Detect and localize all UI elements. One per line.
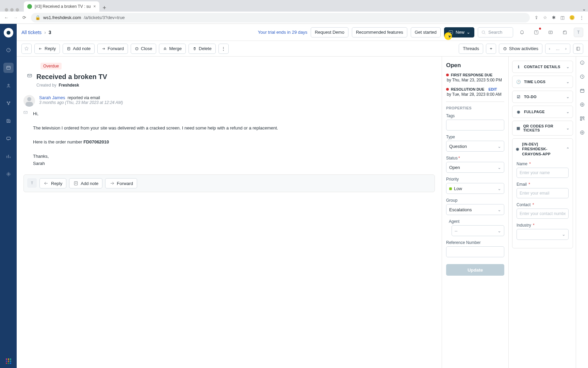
rail-clock-icon[interactable]	[579, 74, 585, 80]
threads-button[interactable]: Threads	[459, 44, 483, 54]
accordion-contact-details[interactable]: ℹCONTACT DETAILS⌄	[512, 61, 573, 73]
status-select[interactable]: Open⌄	[446, 162, 504, 173]
star-button[interactable]	[21, 44, 32, 54]
close-tab-icon[interactable]: ×	[94, 4, 96, 9]
sidepanel-icon[interactable]: ◫	[560, 15, 565, 20]
agent-select[interactable]: --⌄	[452, 225, 504, 236]
accordion-qr-codes[interactable]: ▦QR CODES FOR TICKETS⌄	[512, 121, 573, 136]
help-icon[interactable]	[531, 27, 542, 38]
rail-app2-icon[interactable]	[579, 130, 585, 136]
cr-email-label: Email *	[517, 182, 569, 187]
type-select[interactable]: Question⌄	[446, 141, 504, 152]
replybox-forward-button[interactable]: Forward	[105, 178, 137, 188]
check-icon: ☑	[516, 94, 521, 99]
requester-link[interactable]: Sarah James	[39, 95, 65, 100]
plus-square-icon	[448, 30, 454, 35]
replybox-addnote-button[interactable]: Add note	[69, 178, 102, 188]
pager-next[interactable]: ›	[562, 46, 570, 51]
cr-email-input[interactable]	[517, 188, 569, 198]
chrome-menu-icon[interactable]: ⋮	[579, 15, 584, 20]
status-label: Status*	[446, 156, 504, 160]
accordion-time-logs[interactable]: 🕒TIME LOGS⌄	[512, 76, 573, 88]
merge-button[interactable]: Merge	[159, 44, 186, 54]
accordion-to-do[interactable]: ☑TO-DO⌄	[512, 91, 573, 103]
new-tab-button[interactable]: +	[101, 4, 108, 12]
add-note-button[interactable]: Add note	[63, 44, 95, 54]
refnum-input[interactable]	[446, 246, 504, 257]
nav-tickets[interactable]	[3, 63, 14, 73]
back-button[interactable]: ←	[4, 15, 9, 20]
search-input[interactable]: Search	[478, 27, 513, 37]
breadcrumb-root[interactable]: All tickets	[21, 30, 42, 35]
request-demo-button[interactable]: Request Demo	[311, 27, 348, 37]
nav-dashboard[interactable]	[3, 45, 14, 55]
freshworks-switcher[interactable]	[6, 358, 11, 364]
tab-title: [#3] Received a broken TV : su	[35, 4, 91, 9]
add-thread-button[interactable]: +	[486, 44, 496, 54]
pager-prev[interactable]: ‹	[545, 46, 554, 51]
reply-button[interactable]: Reply	[34, 44, 60, 54]
profile-icon[interactable]: 🙂	[569, 15, 575, 20]
nav-admin[interactable]	[3, 169, 14, 179]
delete-button[interactable]: Delete	[189, 44, 216, 54]
nav-forums[interactable]	[3, 134, 14, 144]
cr-contact-input[interactable]	[517, 209, 569, 219]
resolution-due-value: by Tue, Mar 28, 2023 8:00 AM	[447, 92, 504, 97]
edit-due-link[interactable]: Edit	[488, 87, 497, 91]
address-bar[interactable]: 🔒 ws1.freshdesk.com/a/tickets/3?dev=true	[31, 13, 530, 22]
rail-calendar-icon[interactable]	[579, 88, 585, 94]
rail-info-icon[interactable]	[579, 60, 585, 66]
profile-avatar[interactable]: T	[574, 28, 583, 37]
cr-name-input[interactable]	[517, 168, 569, 178]
message-body: Hi, The television I ordered from your s…	[33, 110, 278, 167]
status-heading: Open	[446, 62, 504, 69]
forward-button[interactable]: Forward	[97, 44, 128, 54]
nav-contacts[interactable]	[3, 80, 14, 91]
extensions-icon[interactable]: ✱	[552, 15, 556, 20]
nav-solutions[interactable]	[3, 116, 14, 126]
reload-button[interactable]: ⟳	[22, 15, 26, 20]
share-icon[interactable]: ⇪	[535, 15, 538, 20]
bell-icon[interactable]	[517, 27, 527, 38]
message-time: 3 months ago (Thu, 23 Mar 2023 at 12:24 …	[39, 100, 435, 105]
close-button[interactable]: Close	[131, 44, 156, 54]
forward-icon	[109, 181, 115, 186]
nav-analytics[interactable]	[3, 151, 14, 162]
group-select[interactable]: Escalations⌄	[446, 204, 504, 215]
switcher-icon[interactable]	[545, 27, 556, 38]
chevron-down-icon: ⌄	[566, 65, 569, 69]
svg-rect-2	[6, 66, 10, 69]
recommended-features-button[interactable]: Recommended features	[352, 27, 407, 37]
cr-industry-select[interactable]: ⌄	[517, 229, 569, 240]
product-logo[interactable]	[4, 28, 13, 37]
marketplace-icon[interactable]	[559, 27, 570, 38]
group-label: Group	[446, 198, 504, 203]
reply-box: T Reply Add note Forward	[23, 174, 435, 192]
tags-input[interactable]	[446, 120, 504, 131]
svg-rect-27	[580, 119, 582, 120]
get-started-button[interactable]: Get started	[411, 27, 441, 37]
more-actions-button[interactable]: ⋮	[218, 44, 229, 54]
cr-name-label: Name *	[517, 162, 569, 166]
favicon	[27, 4, 32, 9]
browser-tab[interactable]: [#3] Received a broken TV : su ×	[24, 1, 99, 12]
tabs-dropdown[interactable]: ⌄	[582, 6, 586, 12]
tags-label: Tags	[446, 113, 504, 118]
chevron-down-icon: ⌄	[566, 110, 569, 114]
new-button[interactable]: New ⌄	[444, 27, 474, 37]
show-activities-button[interactable]: Show activities	[499, 44, 542, 54]
bookmark-icon[interactable]: ☆	[543, 15, 547, 20]
requester-avatar	[23, 95, 35, 107]
url-host: ws1.freshdesk.com	[43, 15, 81, 20]
rail-app-icon[interactable]	[579, 102, 585, 108]
chevron-down-icon: ⌄	[566, 80, 569, 84]
accordion-fullpage[interactable]: ◉FULLPAGE⌄	[512, 106, 573, 118]
accordion-crayons-app[interactable]: ◉[IN-DEV] FRESHDESK-CRAYONS-APP⌃ Name * …	[512, 138, 573, 248]
rail-qr-icon[interactable]	[579, 116, 585, 122]
nav-social[interactable]	[3, 98, 14, 108]
replybox-reply-button[interactable]: Reply	[39, 178, 66, 188]
expand-button[interactable]	[573, 44, 583, 54]
priority-select[interactable]: Low⌄	[446, 183, 504, 194]
forward-button[interactable]: →	[13, 15, 18, 20]
update-button[interactable]: Update	[446, 264, 504, 276]
